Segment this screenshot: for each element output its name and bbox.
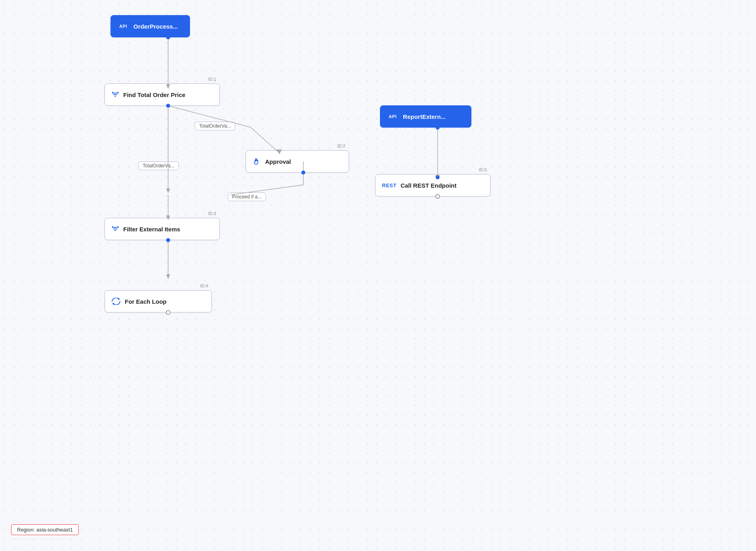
for-each-loop-node[interactable]: ID:4 For Each Loop xyxy=(105,290,212,312)
dot-orderprocess-out xyxy=(166,35,170,39)
node-id-3: ID:3 xyxy=(208,211,216,216)
filter-icon-1 xyxy=(111,91,119,98)
svg-marker-25 xyxy=(118,298,120,300)
reportextern-label: ReportExtern... xyxy=(403,113,446,120)
node-id-5: ID:5 xyxy=(479,167,487,172)
total-order-va-label-2: TotalOrderVa... xyxy=(138,161,179,170)
hand-icon xyxy=(252,157,261,166)
svg-marker-26 xyxy=(112,303,114,305)
svg-marker-12 xyxy=(166,274,170,279)
node-id-2: ID:2 xyxy=(337,144,345,148)
find-total-order-price-label: Find Total Order Price xyxy=(123,91,185,98)
node-id-1: ID:1 xyxy=(208,77,216,81)
call-rest-endpoint-label: Call REST Endpoint xyxy=(401,182,457,189)
svg-line-5 xyxy=(250,127,278,152)
rest-badge: REST xyxy=(382,182,397,188)
dot-approval-out xyxy=(301,171,305,175)
dot-filter-ext-out xyxy=(166,238,170,242)
orderprocess-node[interactable]: API OrderProcess... xyxy=(110,15,190,37)
approval-node[interactable]: ID:2 Approval xyxy=(246,150,349,173)
for-each-loop-label: For Each Loop xyxy=(125,298,167,305)
approval-label: Approval xyxy=(265,158,291,165)
loop-icon xyxy=(111,298,121,305)
region-label: Region: asia-southeast1 xyxy=(11,524,79,535)
call-rest-endpoint-node[interactable]: ID:5 REST Call REST Endpoint xyxy=(375,174,490,196)
dot-reportextern-out xyxy=(436,126,440,130)
filter-external-items-node[interactable]: ID:3 Filter External Items xyxy=(105,218,220,240)
total-order-va-label-1: TotalOrderVa... xyxy=(195,122,235,130)
dot-for-each-out-empty xyxy=(166,310,171,315)
api-badge-reportextern: API xyxy=(386,113,399,120)
node-id-4: ID:4 xyxy=(200,283,208,288)
dot-callrest-in xyxy=(436,175,440,179)
svg-marker-3 xyxy=(166,188,170,193)
reportextern-node[interactable]: API ReportExtern... xyxy=(380,105,471,128)
api-badge-orderprocess: API xyxy=(117,23,130,29)
proceed-if-label: Proceed if a... xyxy=(228,192,266,201)
orderprocess-label: OrderProcess... xyxy=(134,23,178,30)
find-total-order-price-node[interactable]: ID:1 Find Total Order Price xyxy=(105,83,220,106)
filter-icon-2 xyxy=(111,226,119,232)
dot-callrest-out-empty xyxy=(435,194,440,199)
filter-external-items-label: Filter External Items xyxy=(123,226,180,233)
dot-find-total-out xyxy=(166,104,170,108)
